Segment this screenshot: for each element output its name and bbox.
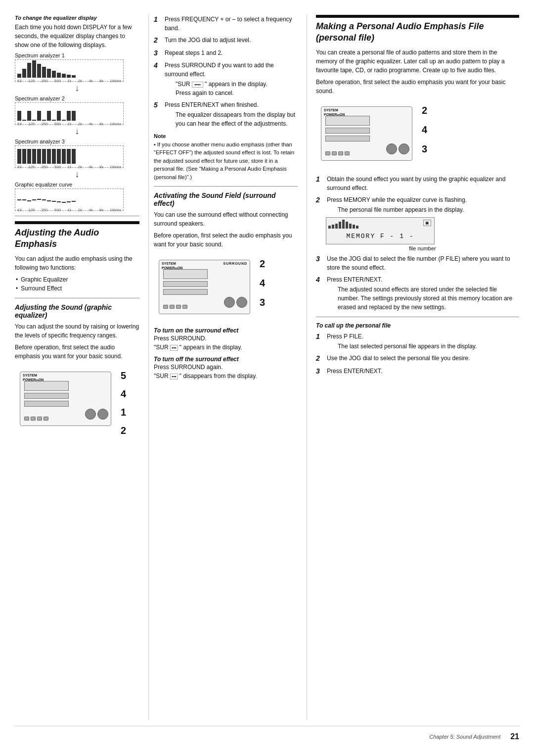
analyzer-box-3: 63 125 250 500 1k 2k 4k 8k 16kHz bbox=[15, 145, 124, 168]
bar bbox=[17, 111, 21, 121]
device-display-eq bbox=[24, 381, 69, 391]
device-numbers-surround: 2 4 3 bbox=[260, 258, 265, 308]
btn bbox=[338, 151, 343, 155]
right-num-2: 2 bbox=[422, 105, 427, 116]
btn bbox=[325, 151, 330, 155]
bar bbox=[17, 74, 21, 78]
bar bbox=[27, 63, 31, 78]
section-bar-right bbox=[316, 15, 519, 18]
personal-file-steps-cont: 3 Use the JOG dial to select the file nu… bbox=[316, 254, 519, 312]
bar bbox=[72, 111, 76, 121]
bar bbox=[22, 111, 26, 121]
bar bbox=[57, 111, 61, 121]
eq-bar bbox=[42, 199, 46, 200]
device-tape-eq bbox=[24, 393, 69, 399]
eq-bar bbox=[22, 199, 26, 200]
device-tape-right bbox=[325, 128, 370, 134]
surround-off-text: Press SURROUND again."SUR ▪▪▪ " disappea… bbox=[154, 363, 298, 380]
section-intro-left: You can adjust the audio emphasis using … bbox=[15, 254, 139, 272]
callup-section: To call up the personal file 1 Press P F… bbox=[316, 322, 519, 376]
surround-num-3: 3 bbox=[260, 297, 265, 308]
step-text-2: Turn the JOG dial to adjust level. bbox=[165, 36, 298, 45]
step-5: 5 Press ENTER/NEXT when finished. The eq… bbox=[154, 100, 298, 128]
step-3: 3 Repeat steps 1 and 2. bbox=[154, 48, 298, 58]
freq-row-3: 63 125 250 500 1k 2k 4k 8k 16kHz bbox=[15, 165, 123, 169]
surround-num-2: 2 bbox=[260, 258, 265, 270]
bar bbox=[32, 149, 36, 164]
device-btns-surround bbox=[163, 305, 187, 309]
surround-instructions: To turn on the surround effect Press SUR… bbox=[154, 327, 298, 380]
btn bbox=[31, 417, 36, 421]
btn bbox=[345, 151, 350, 155]
analyzer-bars-2 bbox=[15, 103, 123, 122]
btn bbox=[44, 417, 48, 421]
col-mid: 1 Press FREQUENCY + or – to select a fre… bbox=[148, 15, 307, 720]
graphic-eq-subsection: Adjusting the Sound (graphic equalizer) … bbox=[15, 303, 139, 434]
footer-chapter: Chapter 5: Sound Adjustment bbox=[429, 734, 500, 740]
pf-step-4: 4 Press ENTER/NEXT. The adjusted sound e… bbox=[316, 275, 519, 312]
bar bbox=[72, 75, 76, 78]
device-knob2-eq bbox=[97, 409, 108, 420]
analyzer-box-1: 63 125 250 500 1k 2k 4k 8k 16kHz bbox=[15, 59, 124, 82]
pf-step-num-1: 1 bbox=[316, 175, 325, 185]
btn bbox=[176, 305, 181, 309]
device-knob-surround bbox=[224, 297, 235, 308]
bar bbox=[52, 149, 56, 164]
device-container-right: SYSTEM POWERmON bbox=[321, 102, 412, 165]
mbar bbox=[349, 224, 352, 229]
bar bbox=[32, 60, 36, 78]
memory-display-box: MEMORY F - 1 - ▣ bbox=[326, 217, 435, 244]
bar bbox=[67, 149, 71, 164]
eq-display-heading: To change the equalizer display bbox=[15, 15, 139, 21]
subsection-para-eq: You can adjust the sound by raising or l… bbox=[15, 322, 139, 340]
device-knob2-surround bbox=[236, 297, 247, 308]
bar bbox=[27, 111, 31, 121]
personal-file-section: Making a Personal Audio Emphasis File (p… bbox=[316, 15, 519, 376]
col-left: To change the equalizer display Each tim… bbox=[15, 15, 148, 720]
right-num-3: 3 bbox=[422, 143, 427, 155]
eq-curve-bars bbox=[15, 189, 123, 208]
analyzer-block-4: Graphic equalizer curve bbox=[15, 182, 139, 211]
eq-bar bbox=[57, 201, 61, 202]
analyzer-bars-1 bbox=[15, 60, 123, 79]
down-arrow-1: ↓ bbox=[15, 84, 139, 93]
pf-step-1: 1 Obtain the sound effect you want by us… bbox=[316, 175, 519, 192]
step-sub-5: The equalizer dissapears from the displa… bbox=[176, 110, 298, 128]
divider-1 bbox=[15, 216, 139, 216]
pf-step-2: 2 Press MEMORY while the equalizer curve… bbox=[316, 195, 519, 214]
bar bbox=[22, 149, 26, 164]
mbar bbox=[328, 226, 331, 229]
eq-bar bbox=[27, 200, 31, 201]
device-display-surround bbox=[163, 269, 208, 279]
callup-step-2: 2 Use the JOG dial to select the persona… bbox=[316, 354, 519, 364]
analyzer-box-4: 63 125 250 500 1k 2k 4k 8k 16kHz bbox=[15, 189, 124, 211]
analyzer-label-4: Graphic equalizer curve bbox=[15, 182, 139, 188]
callup-step-3: 3 Press ENTER/NEXT. bbox=[316, 367, 519, 377]
memory-display-section: MEMORY F - 1 - ▣ file number bbox=[326, 217, 519, 251]
note-block: Note • If you choose another menu audio … bbox=[154, 132, 298, 181]
analyzer-block-3: Spectrum analyzer 3 bbox=[15, 139, 139, 168]
bar bbox=[32, 111, 36, 121]
divider-right bbox=[316, 317, 519, 317]
surround-para2: Before operation, first select the audio… bbox=[154, 231, 298, 249]
section-para1-right: You can create a personal file of audio … bbox=[316, 48, 519, 75]
surround-label: SURROUND bbox=[223, 262, 247, 266]
section-title-right: Making a Personal Audio Emphasis File (p… bbox=[316, 21, 519, 43]
bar bbox=[47, 149, 51, 164]
footer: Chapter 5: Sound Adjustment 21 bbox=[15, 726, 519, 741]
analyzer-label-1: Spectrum analyzer 1 bbox=[15, 52, 139, 58]
num-5: 5 bbox=[121, 370, 126, 381]
bar bbox=[57, 73, 61, 78]
pf-step-num-4: 4 bbox=[316, 275, 325, 285]
callup-num-1: 1 bbox=[316, 332, 325, 342]
divider-mid bbox=[154, 186, 298, 187]
divider-2 bbox=[15, 298, 139, 298]
bar bbox=[62, 74, 66, 78]
bar bbox=[37, 111, 41, 121]
btn bbox=[182, 305, 187, 309]
num-2: 2 bbox=[121, 425, 126, 436]
step-text-5: Press ENTER/NEXT when finished. bbox=[165, 100, 298, 109]
surround-para1: You can use the surround effect without … bbox=[154, 210, 298, 228]
callup-num-2: 2 bbox=[316, 354, 325, 364]
down-arrow-2: ↓ bbox=[15, 127, 139, 136]
